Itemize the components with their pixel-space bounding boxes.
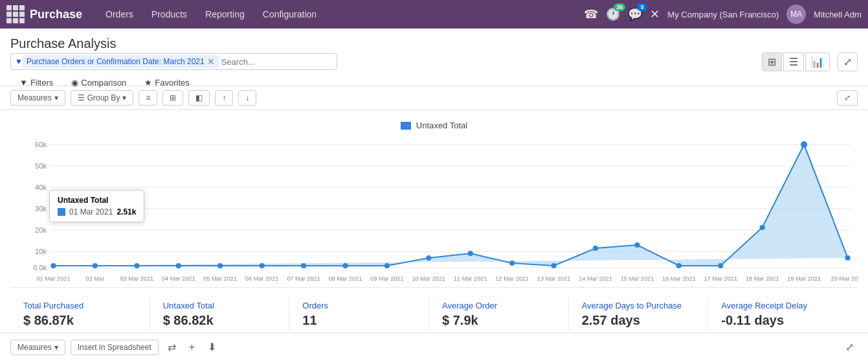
expand-btn[interactable]: ⤢	[838, 52, 858, 71]
main-menu: Orders Products Reporting Configuration	[98, 6, 324, 22]
svg-text:04 Mar 2021: 04 Mar 2021	[162, 275, 195, 282]
activity-icon[interactable]: 🕐 36	[606, 7, 620, 21]
view-list-btn[interactable]: ☰	[783, 52, 804, 71]
svg-text:05 Mar 2021: 05 Mar 2021	[203, 275, 237, 282]
insert-spreadsheet-label: Insert in Spreadsheet	[78, 343, 151, 352]
view-bar-btn[interactable]: 📊	[805, 52, 830, 71]
data-point-13[interactable]	[551, 263, 557, 268]
stat-avg-order: Average Order $ 7.9k	[429, 298, 569, 331]
stat-value-0: $ 86.87k	[23, 313, 137, 328]
chat-icon[interactable]: 💬 5	[628, 7, 642, 21]
svg-text:16 Mar 2021: 16 Mar 2021	[662, 275, 696, 282]
view-grid-btn2[interactable]: ⊞	[162, 90, 183, 106]
company-name[interactable]: My Company (San Francisco)	[667, 10, 779, 19]
groupby-chevron: ▾	[122, 93, 126, 102]
stat-untaxed-total: Untaxed Total $ 86.82k	[150, 298, 290, 331]
comparison-btn[interactable]: ◉ Comparison	[67, 75, 130, 90]
filters-btn[interactable]: ▼ Filters	[16, 75, 57, 90]
view-toggle-btn[interactable]: ◧	[188, 90, 210, 106]
data-point-14[interactable]	[593, 246, 598, 251]
svg-text:40k: 40k	[35, 183, 47, 191]
svg-text:20 Mar 2021: 20 Mar 2021	[831, 275, 858, 282]
add-btn[interactable]: +	[185, 339, 199, 352]
nav-products[interactable]: Products	[144, 6, 195, 22]
svg-text:19 Mar 2021: 19 Mar 2021	[787, 275, 821, 282]
bottom-right: ⤢	[841, 338, 858, 351]
data-point-9[interactable]	[384, 263, 390, 268]
top-navigation: Purchase Orders Products Reporting Confi…	[0, 0, 868, 29]
comparison-icon: ◉	[71, 78, 78, 87]
adjust-icon-btn[interactable]: ⇄	[164, 338, 180, 351]
chart-container: Untaxed Total 01 Mar 2021 2.51k 60k 50k …	[10, 138, 858, 287]
asc-sort-btn[interactable]: ↑	[215, 90, 233, 106]
data-point-2[interactable]	[93, 263, 98, 268]
groupby-btn[interactable]: ☰ Group By ▾	[71, 90, 134, 106]
data-point-15[interactable]	[634, 242, 640, 248]
data-point-7[interactable]	[301, 263, 306, 268]
phone-icon[interactable]: ☎	[584, 7, 598, 21]
nav-configuration[interactable]: Configuration	[255, 6, 324, 22]
data-point-5[interactable]	[217, 263, 223, 268]
chart-area: Untaxed Total Untaxed Total 01 Mar 2021 …	[0, 110, 868, 351]
data-point-19[interactable]	[801, 141, 807, 148]
filters-icon: ▼	[19, 78, 28, 87]
bottom-measures-btn[interactable]: Measures ▾	[10, 340, 65, 352]
svg-text:20k: 20k	[35, 226, 47, 234]
svg-text:14 Mar 2021: 14 Mar 2021	[579, 275, 612, 282]
data-point-12[interactable]	[509, 261, 515, 266]
measures-label: Measures	[17, 93, 52, 102]
measures-chevron: ▾	[54, 93, 58, 102]
chart-fill	[53, 145, 847, 266]
filter-remove-btn[interactable]: ✕	[207, 56, 215, 67]
download-btn[interactable]: ⬇	[204, 338, 220, 351]
close-icon[interactable]: ✕	[650, 7, 660, 21]
view-chart-btn[interactable]: ⊞	[762, 52, 782, 71]
svg-text:03 Mar 2021: 03 Mar 2021	[120, 275, 154, 282]
user-avatar[interactable]: MA	[786, 5, 806, 24]
view-list-btn2[interactable]: ≡	[139, 90, 157, 106]
svg-text:11 Mar 2021: 11 Mar 2021	[454, 275, 487, 282]
favorites-icon: ★	[144, 78, 152, 87]
stat-total-purchased: Total Purchased $ 86.87k	[21, 298, 150, 331]
filter-tag-text: Purchase Orders or Confirmation Date: Ma…	[27, 57, 205, 66]
stat-value-5: -0.11 days	[721, 313, 834, 328]
apps-grid-icon[interactable]	[6, 5, 25, 23]
data-point-20[interactable]	[845, 255, 851, 261]
data-point-10[interactable]	[426, 255, 431, 261]
fullscreen-btn[interactable]: ⤢	[837, 90, 858, 106]
legend-color-box	[401, 122, 411, 130]
topnav-right: ☎ 🕐 36 💬 5 ✕ My Company (San Francisco) …	[584, 5, 862, 24]
data-point-6[interactable]	[260, 263, 265, 268]
stat-avg-receipt-delay: Average Receipt Delay -0.11 days	[708, 298, 847, 331]
data-point-18[interactable]	[760, 225, 765, 230]
bottom-toolbar: Measures ▾ Insert in Spreadsheet ⇄ + ⬇ ⤢	[0, 332, 868, 351]
search-input[interactable]	[219, 56, 333, 68]
svg-text:01 Mar 2021: 01 Mar 2021	[37, 275, 71, 282]
desc-sort-btn[interactable]: ↓	[238, 90, 256, 106]
stat-label-1: Untaxed Total	[163, 301, 276, 310]
stat-label-2: Orders	[302, 301, 416, 310]
active-filter-tag: Purchase Orders or Confirmation Date: Ma…	[23, 55, 219, 68]
svg-text:13 Mar 2021: 13 Mar 2021	[537, 275, 571, 282]
brand-label: Purchase	[30, 8, 82, 21]
data-point-11[interactable]	[468, 251, 473, 256]
view-switcher: ⊞ ☰ 📊	[762, 52, 830, 71]
data-point-16[interactable]	[676, 263, 682, 268]
favorites-btn[interactable]: ★ Favorites	[140, 75, 193, 90]
data-point-3[interactable]	[134, 263, 139, 268]
measures-btn[interactable]: Measures ▾	[10, 90, 65, 106]
stat-value-2: 11	[302, 313, 416, 328]
data-point-4[interactable]	[176, 263, 181, 268]
data-point-8[interactable]	[342, 263, 348, 268]
data-point-1[interactable]	[50, 263, 56, 268]
toolbar-right: ⤢	[837, 90, 858, 106]
insert-spreadsheet-btn[interactable]: Insert in Spreadsheet	[71, 340, 159, 352]
svg-text:12 Mar 2021: 12 Mar 2021	[495, 275, 529, 282]
subheader: ▼ Purchase Orders or Confirmation Date: …	[0, 56, 868, 86]
bottom-measures-label: Measures	[17, 343, 52, 352]
data-point-17[interactable]	[718, 263, 723, 268]
nav-reporting[interactable]: Reporting	[197, 6, 252, 22]
svg-text:06 Mar 2021: 06 Mar 2021	[245, 275, 279, 282]
fullscreen-bottom-btn[interactable]: ⤢	[841, 338, 858, 351]
nav-orders[interactable]: Orders	[98, 6, 141, 22]
